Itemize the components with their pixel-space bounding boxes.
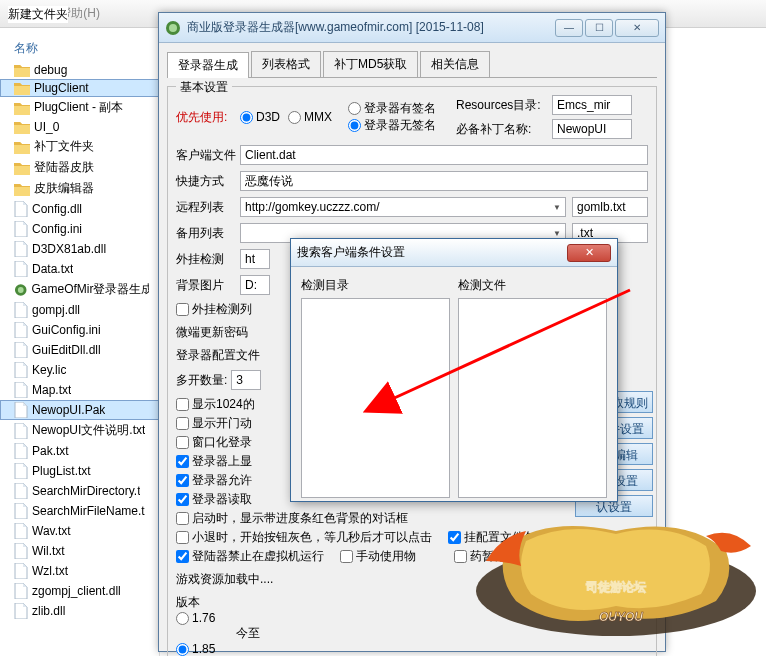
tree-item[interactable]: Pak.txt [0,441,159,461]
patch-name-input[interactable] [552,119,632,139]
tree-item-label: Config.dll [32,202,82,216]
file-icon [14,302,28,318]
tree-item[interactable]: SearchMirFileName.t [0,501,159,521]
tree-item-label: UI_0 [34,120,59,134]
tree-item-label: Map.txt [32,383,71,397]
tree-header-name[interactable]: 名称 [0,36,159,61]
tree-item-label: 补丁文件夹 [34,138,94,155]
tree-item-label: zgompj_client.dll [32,584,121,598]
tree-item-label: Wzl.txt [32,564,68,578]
file-icon [14,563,28,579]
dialog-titlebar[interactable]: 搜索客户端条件设置 ✕ [291,239,617,267]
tree-item[interactable]: Key.lic [0,360,159,380]
tree-item[interactable]: 登陆器皮肤 [0,157,159,178]
tree-item[interactable]: 皮肤编辑器 [0,178,159,199]
check-file-listbox[interactable] [458,298,607,498]
client-file-input[interactable] [240,145,648,165]
file-icon [14,463,28,479]
tree-item[interactable]: Config.ini [0,219,159,239]
cb-manual-item[interactable]: 手动使用物 [340,548,416,565]
tree-item[interactable]: PlugClient - 副本 [0,97,159,118]
bg-image-input[interactable] [240,275,270,295]
tree-item-label: PlugClient - 副本 [34,99,123,116]
folder-icon [14,182,30,196]
tree-item[interactable]: PlugList.txt [0,461,159,481]
cb-no-vm[interactable]: 登陆器禁止在虚拟机运行 [176,548,324,565]
tree-item[interactable]: gompj.dll [0,300,159,320]
res-dir-input[interactable] [552,95,632,115]
radio-v185[interactable]: 1.85 [176,642,640,656]
tree-item[interactable]: GuiConfig.ini [0,320,159,340]
tab-patch-md5[interactable]: 补丁MD5获取 [323,51,418,77]
dialog-title: 搜索客户端条件设置 [297,244,567,261]
tree-item[interactable]: D3DX81ab.dll [0,239,159,259]
tree-item-label: gompj.dll [32,303,80,317]
tree-item-label: 皮肤编辑器 [34,180,94,197]
tab-info[interactable]: 相关信息 [420,51,490,77]
tree-item[interactable]: debug [0,61,159,79]
cb-plugin-list[interactable]: 外挂检测列 [176,301,252,318]
tree-item-label: GuiConfig.ini [32,323,101,337]
tree-item[interactable]: GuiEditDll.dll [0,340,159,360]
file-icon [14,221,28,237]
close-button[interactable]: ✕ [615,19,659,37]
tree-item-label: Wil.txt [32,544,65,558]
remote-list-file-input[interactable] [572,197,648,217]
tree-item[interactable]: Map.txt [0,380,159,400]
tab-generate[interactable]: 登录器生成 [167,52,249,78]
file-tree: 名称 debugPlugClientPlugClient - 副本UI_0补丁文… [0,28,160,656]
cb-gray-btn[interactable]: 小退时，开始按钮灰色，等几秒后才可以点击 [176,529,432,546]
tree-item-label: debug [34,63,67,77]
tree-item[interactable]: zgompj_client.dll [0,581,159,601]
dialog-close-button[interactable]: ✕ [567,244,611,262]
tree-item[interactable]: Wil.txt [0,541,159,561]
tree-item[interactable]: SearchMirDirectory.t [0,481,159,501]
tree-item[interactable]: Wzl.txt [0,561,159,581]
file-icon [14,241,28,257]
tree-item[interactable]: NewopUI.Pak [0,400,159,420]
shortcut-input[interactable] [240,171,648,191]
file-icon [14,362,28,378]
folder-icon [14,101,30,115]
new-folder-label[interactable]: 新建文件夹 [8,6,68,23]
tree-item-label: Data.txt [32,262,73,276]
minimize-button[interactable]: — [555,19,583,37]
plugin-check-input[interactable] [240,249,270,269]
tree-item[interactable]: NewopUI文件说明.txt [0,420,159,441]
tree-item[interactable]: 补丁文件夹 [0,136,159,157]
tree-item-label: NewopUI文件说明.txt [32,422,145,439]
cb-progress[interactable]: 启动时，显示带进度条红色背景的对话框 [176,510,640,527]
remote-list-dropdown[interactable]: http://gomkey.uczzz.com/▼ [240,197,566,217]
titlebar[interactable]: 商业版登录器生成器[www.gameofmir.com] [2015-11-08… [159,13,665,43]
radio-signed[interactable]: 登录器有签名 [348,100,436,117]
loading-label: 游戏资源加载中.... [176,571,648,588]
multi-open-label: 多开数量: [176,372,227,389]
tab-list-format[interactable]: 列表格式 [251,51,321,77]
tree-item[interactable]: UI_0 [0,118,159,136]
priority-label: 优先使用: [176,109,240,126]
radio-unsigned[interactable]: 登录器无签名 [348,117,436,134]
radio-d3d[interactable]: D3D [240,110,280,124]
micro-pwd-label: 微端更新密码 [176,324,248,341]
cb-pause-med[interactable]: 药暂停 [454,548,506,565]
tree-item-label: GuiEditDll.dll [32,343,101,357]
multi-open-input[interactable] [231,370,261,390]
tree-item[interactable]: Config.dll [0,199,159,219]
radio-mmx[interactable]: MMX [288,110,332,124]
chevron-down-icon: ▼ [553,229,561,238]
check-dir-listbox[interactable] [301,298,450,498]
group-title: 基本设置 [176,79,232,96]
tree-item[interactable]: GameOfMir登录器生成 [0,279,159,300]
maximize-button[interactable]: ☐ [585,19,613,37]
tree-item[interactable]: Data.txt [0,259,159,279]
radio-v176[interactable]: 1.76 [176,611,640,625]
tree-item[interactable]: Wav.txt [0,521,159,541]
tree-item[interactable]: zlib.dll [0,601,159,621]
file-icon [14,322,28,338]
tree-item-label: Config.ini [32,222,82,236]
patch-name-label: 必备补丁名称: [456,121,552,138]
tree-item-label: NewopUI.Pak [32,403,105,417]
cb-server-cfg[interactable]: 挂配置文件包含服务器名称 [448,529,608,546]
tree-item[interactable]: PlugClient [0,79,159,97]
plugin-check-label: 外挂检测 [176,251,240,268]
